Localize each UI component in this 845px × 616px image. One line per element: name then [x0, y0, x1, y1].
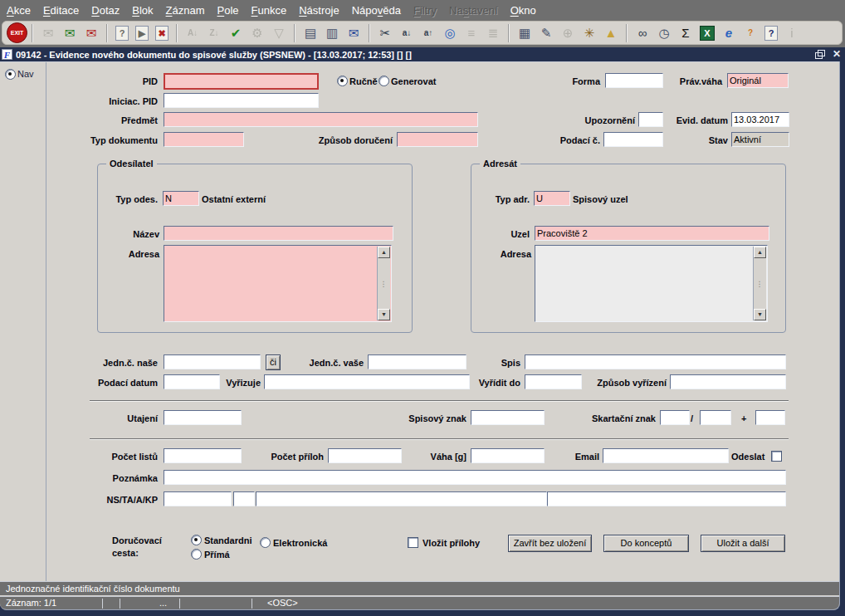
- zavrit-bez-ulozeni-button[interactable]: Zavřít bez uložení: [508, 535, 592, 552]
- edit-document-icon[interactable]: ✎: [536, 22, 556, 44]
- skartacni-znak-input-2[interactable]: [700, 410, 731, 425]
- record-execute-icon[interactable]: ▶: [135, 26, 149, 41]
- delete-record-icon[interactable]: ✉: [81, 22, 101, 44]
- scroll-up-icon[interactable]: ▲: [754, 247, 766, 258]
- wizard-icon[interactable]: ▲: [601, 22, 621, 44]
- menu-item-dotaz[interactable]: Dotaz: [91, 4, 120, 17]
- print-icon[interactable]: ▤: [300, 22, 320, 44]
- vaha-input[interactable]: [471, 448, 545, 463]
- scroll-up-icon[interactable]: ▲: [378, 247, 390, 258]
- scrollbar[interactable]: ▲ ⋮ ▼: [753, 247, 766, 320]
- typ-odes-input[interactable]: N: [163, 191, 199, 206]
- pocet-priloh-input[interactable]: [328, 448, 402, 463]
- print-preview-icon[interactable]: ▥: [322, 22, 342, 44]
- odeslat-checkbox[interactable]: [771, 451, 782, 462]
- poznamka-input[interactable]: [164, 470, 786, 485]
- prav-vaha-label: Práv.váha: [658, 76, 722, 87]
- jedn-c-vase-input[interactable]: [368, 354, 466, 369]
- vyridit-do-input[interactable]: [525, 374, 582, 389]
- do-konceptu-button[interactable]: Do konceptů: [603, 535, 689, 552]
- paste-icon[interactable]: a↓: [397, 22, 417, 44]
- ns-input-4[interactable]: [547, 491, 786, 506]
- calendar-icon[interactable]: ▦: [515, 22, 535, 44]
- utajeni-input[interactable]: [164, 410, 242, 425]
- enter-query-icon: ✉: [38, 22, 58, 44]
- ns-input-2[interactable]: [233, 491, 255, 506]
- spisovy-znak-input[interactable]: [471, 410, 545, 425]
- helm-icon[interactable]: ✳: [579, 22, 599, 44]
- menu-item-záznam[interactable]: Záznam: [166, 4, 205, 17]
- menu-item-akce[interactable]: Akce: [7, 4, 31, 17]
- uzel-input[interactable]: Pracoviště 2: [535, 226, 769, 241]
- typ-adr-input[interactable]: U: [534, 191, 570, 206]
- pocet-listu-input[interactable]: [164, 448, 242, 463]
- menu-item-funkce[interactable]: Funkce: [252, 4, 287, 17]
- scroll-down-icon[interactable]: ▼: [378, 309, 390, 320]
- adresat-adresa-textarea[interactable]: ▲ ⋮ ▼: [535, 245, 768, 322]
- generovat-radio[interactable]: [379, 76, 389, 86]
- evid-datum-input[interactable]: 13.03.2017: [731, 112, 789, 127]
- typ-adr-desc: Spisový uzel: [573, 194, 628, 205]
- evid-datum-label: Evid. datum: [660, 115, 728, 126]
- nazev-input[interactable]: [164, 226, 393, 241]
- menu-item-pole[interactable]: Pole: [217, 4, 239, 17]
- jedn-c-nase-input[interactable]: [164, 354, 261, 369]
- nav-tab-radio[interactable]: [5, 69, 16, 80]
- elektronicka-radio[interactable]: [260, 537, 271, 548]
- prav-vaha-input[interactable]: Originál: [727, 73, 789, 88]
- skartacni-znak-input-1[interactable]: [660, 410, 690, 425]
- sum-icon[interactable]: Σ: [676, 22, 696, 44]
- utajeni-label: Utajení: [91, 413, 158, 424]
- exit-button[interactable]: EXIT: [7, 22, 27, 43]
- scroll-thumb[interactable]: ⋮: [754, 258, 766, 309]
- scrollbar[interactable]: ▲ ⋮ ▼: [377, 247, 390, 320]
- prima-radio[interactable]: [191, 549, 202, 560]
- help-icon[interactable]: ?: [764, 26, 778, 41]
- rucne-radio[interactable]: [337, 76, 348, 86]
- browser-icon[interactable]: e: [719, 22, 739, 44]
- skartacni-znak-input-3[interactable]: [755, 410, 785, 425]
- spis-input[interactable]: [525, 354, 786, 369]
- record-query-icon[interactable]: ?: [115, 26, 129, 41]
- menu-item-okno[interactable]: Okno: [510, 4, 536, 17]
- forma-input[interactable]: [605, 73, 663, 88]
- status-ellipsis: ...: [159, 597, 167, 609]
- podaci-c-input[interactable]: [603, 132, 663, 147]
- record-cancel-icon[interactable]: ✖: [155, 26, 169, 41]
- vlozit-prilohy-checkbox[interactable]: [408, 537, 418, 548]
- ns-input-3[interactable]: [256, 491, 547, 506]
- close-window-icon[interactable]: ✕: [833, 49, 841, 60]
- ns-input-1[interactable]: [164, 491, 232, 506]
- find-icon[interactable]: ◎: [440, 22, 460, 44]
- menu-item-editace[interactable]: Editace: [43, 4, 79, 17]
- email-input[interactable]: [603, 448, 729, 463]
- calculator-icon[interactable]: ◷: [654, 22, 674, 44]
- standardni-radio[interactable]: [191, 535, 202, 545]
- restore-window-icon[interactable]: [813, 49, 826, 60]
- vyrizuje-input[interactable]: [264, 374, 470, 389]
- predmet-input[interactable]: [164, 112, 478, 127]
- odesilatel-adresa-label: Adresa: [98, 249, 159, 260]
- menu-item-nástroje[interactable]: Nástroje: [299, 4, 339, 17]
- ci-button[interactable]: či: [266, 354, 281, 370]
- ulozit-a-dalsi-button[interactable]: Uložit a další: [701, 535, 785, 552]
- cut-icon[interactable]: ✂: [375, 22, 395, 44]
- accept-icon[interactable]: ✔: [226, 22, 246, 44]
- scroll-thumb[interactable]: ⋮: [378, 258, 390, 309]
- copy-icon[interactable]: a↑: [418, 22, 438, 44]
- iniciac-pid-input[interactable]: [164, 93, 319, 108]
- odesilatel-adresa-textarea[interactable]: ▲ ⋮ ▼: [164, 245, 392, 322]
- scroll-down-icon[interactable]: ▼: [754, 309, 766, 320]
- typ-dokumentu-label: Typ dokumentu: [50, 135, 158, 146]
- excel-export-icon[interactable]: X: [700, 26, 715, 41]
- save-record-icon[interactable]: ✉: [60, 22, 80, 44]
- menu-item-blok[interactable]: Blok: [132, 4, 153, 17]
- pid-input[interactable]: [164, 73, 319, 90]
- zpusob-doruceni-input[interactable]: [397, 132, 478, 147]
- zpusob-vyrizeni-input[interactable]: [670, 374, 786, 389]
- typ-dokumentu-input[interactable]: [164, 132, 244, 147]
- find-replace-icon[interactable]: ∞: [633, 22, 652, 44]
- menu-item-nápověda[interactable]: Nápověda: [352, 4, 401, 17]
- context-help-icon[interactable]: ?: [740, 22, 760, 44]
- mail-send-icon[interactable]: ✉: [344, 22, 364, 44]
